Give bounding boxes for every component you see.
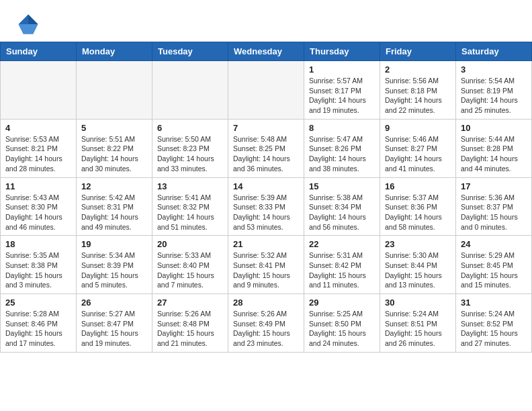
day-number: 11 — [5, 181, 71, 191]
calendar-cell: 29Sunrise: 5:25 AMSunset: 8:50 PMDayligh… — [304, 294, 380, 353]
day-info: Sunrise: 5:39 AMSunset: 8:33 PMDaylight:… — [233, 193, 299, 232]
day-number: 20 — [157, 239, 223, 249]
calendar-cell: 7Sunrise: 5:48 AMSunset: 8:25 PMDaylight… — [228, 119, 304, 177]
calendar-cell: 15Sunrise: 5:38 AMSunset: 8:34 PMDayligh… — [304, 177, 380, 236]
day-info: Sunrise: 5:25 AMSunset: 8:50 PMDaylight:… — [309, 309, 375, 349]
day-number: 3 — [461, 64, 527, 75]
day-number: 25 — [5, 298, 71, 308]
calendar-week-row: 18Sunrise: 5:35 AMSunset: 8:38 PMDayligh… — [1, 236, 532, 294]
day-info: Sunrise: 5:37 AMSunset: 8:36 PMDaylight:… — [385, 193, 451, 232]
calendar-cell: 26Sunrise: 5:27 AMSunset: 8:47 PMDayligh… — [77, 294, 152, 353]
calendar-week-row: 25Sunrise: 5:28 AMSunset: 8:46 PMDayligh… — [1, 294, 532, 353]
calendar-header-row: SundayMondayTuesdayWednesdayThursdayFrid… — [1, 42, 532, 61]
weekday-header-thursday: Thursday — [304, 42, 380, 61]
calendar-cell — [77, 61, 152, 120]
day-info: Sunrise: 5:24 AMSunset: 8:52 PMDaylight:… — [461, 309, 527, 349]
day-info: Sunrise: 5:44 AMSunset: 8:28 PMDaylight:… — [461, 134, 527, 174]
logo — [16, 12, 44, 36]
day-info: Sunrise: 5:24 AMSunset: 8:51 PMDaylight:… — [385, 309, 451, 349]
day-number: 9 — [385, 123, 451, 133]
weekday-header-saturday: Saturday — [456, 42, 532, 61]
calendar-cell: 16Sunrise: 5:37 AMSunset: 8:36 PMDayligh… — [380, 177, 456, 236]
weekday-header-monday: Monday — [77, 42, 152, 61]
calendar-week-row: 4Sunrise: 5:53 AMSunset: 8:21 PMDaylight… — [1, 119, 532, 177]
calendar-cell: 23Sunrise: 5:30 AMSunset: 8:44 PMDayligh… — [380, 236, 456, 294]
day-info: Sunrise: 5:32 AMSunset: 8:41 PMDaylight:… — [233, 250, 299, 290]
calendar-cell: 3Sunrise: 5:54 AMSunset: 8:19 PMDaylight… — [456, 61, 532, 120]
day-number: 29 — [309, 298, 375, 308]
calendar-cell: 14Sunrise: 5:39 AMSunset: 8:33 PMDayligh… — [228, 177, 304, 236]
day-number: 2 — [385, 64, 451, 75]
calendar-cell: 12Sunrise: 5:42 AMSunset: 8:31 PMDayligh… — [77, 177, 152, 236]
day-number: 5 — [81, 123, 147, 133]
calendar-cell: 19Sunrise: 5:34 AMSunset: 8:39 PMDayligh… — [77, 236, 152, 294]
calendar-cell — [152, 61, 228, 120]
day-info: Sunrise: 5:46 AMSunset: 8:27 PMDaylight:… — [385, 134, 451, 174]
weekday-header-friday: Friday — [380, 42, 456, 61]
calendar-cell: 5Sunrise: 5:51 AMSunset: 8:22 PMDaylight… — [77, 119, 152, 177]
weekday-header-wednesday: Wednesday — [228, 42, 304, 61]
calendar-cell: 13Sunrise: 5:41 AMSunset: 8:32 PMDayligh… — [152, 177, 228, 236]
day-number: 16 — [385, 181, 451, 191]
calendar-cell — [228, 61, 304, 120]
day-info: Sunrise: 5:53 AMSunset: 8:21 PMDaylight:… — [5, 134, 71, 174]
calendar-cell: 22Sunrise: 5:31 AMSunset: 8:42 PMDayligh… — [304, 236, 380, 294]
calendar-cell: 20Sunrise: 5:33 AMSunset: 8:40 PMDayligh… — [152, 236, 228, 294]
day-number: 21 — [233, 239, 299, 249]
day-number: 26 — [81, 298, 147, 308]
day-info: Sunrise: 5:42 AMSunset: 8:31 PMDaylight:… — [81, 193, 147, 232]
day-number: 27 — [157, 298, 223, 308]
day-info: Sunrise: 5:26 AMSunset: 8:49 PMDaylight:… — [233, 309, 299, 349]
day-info: Sunrise: 5:38 AMSunset: 8:34 PMDaylight:… — [309, 193, 375, 232]
day-info: Sunrise: 5:33 AMSunset: 8:40 PMDaylight:… — [157, 250, 223, 290]
day-number: 28 — [233, 298, 299, 308]
day-info: Sunrise: 5:50 AMSunset: 8:23 PMDaylight:… — [157, 134, 223, 174]
calendar-cell: 24Sunrise: 5:29 AMSunset: 8:45 PMDayligh… — [456, 236, 532, 294]
day-info: Sunrise: 5:56 AMSunset: 8:18 PMDaylight:… — [385, 76, 451, 116]
day-number: 18 — [5, 239, 71, 249]
day-number: 24 — [461, 239, 527, 249]
day-info: Sunrise: 5:30 AMSunset: 8:44 PMDaylight:… — [385, 250, 451, 290]
day-number: 12 — [81, 181, 147, 191]
day-info: Sunrise: 5:41 AMSunset: 8:32 PMDaylight:… — [157, 193, 223, 232]
day-info: Sunrise: 5:29 AMSunset: 8:45 PMDaylight:… — [461, 250, 527, 290]
calendar-cell: 17Sunrise: 5:36 AMSunset: 8:37 PMDayligh… — [456, 177, 532, 236]
day-info: Sunrise: 5:28 AMSunset: 8:46 PMDaylight:… — [5, 309, 71, 349]
calendar-table: SundayMondayTuesdayWednesdayThursdayFrid… — [0, 42, 532, 353]
calendar-cell: 18Sunrise: 5:35 AMSunset: 8:38 PMDayligh… — [1, 236, 77, 294]
day-number: 22 — [309, 239, 375, 249]
day-number: 4 — [5, 123, 71, 133]
day-number: 14 — [233, 181, 299, 191]
calendar-cell: 25Sunrise: 5:28 AMSunset: 8:46 PMDayligh… — [1, 294, 77, 353]
day-info: Sunrise: 5:36 AMSunset: 8:37 PMDaylight:… — [461, 193, 527, 232]
day-number: 8 — [309, 123, 375, 133]
calendar-cell: 8Sunrise: 5:47 AMSunset: 8:26 PMDaylight… — [304, 119, 380, 177]
day-info: Sunrise: 5:34 AMSunset: 8:39 PMDaylight:… — [81, 250, 147, 290]
svg-marker-2 — [19, 24, 38, 34]
day-number: 1 — [309, 64, 375, 75]
day-info: Sunrise: 5:31 AMSunset: 8:42 PMDaylight:… — [309, 250, 375, 290]
svg-marker-1 — [28, 15, 38, 24]
day-number: 17 — [461, 181, 527, 191]
day-number: 10 — [461, 123, 527, 133]
calendar-cell: 1Sunrise: 5:57 AMSunset: 8:17 PMDaylight… — [304, 61, 380, 120]
calendar-cell: 31Sunrise: 5:24 AMSunset: 8:52 PMDayligh… — [456, 294, 532, 353]
day-info: Sunrise: 5:43 AMSunset: 8:30 PMDaylight:… — [5, 193, 71, 232]
generalblue-logo-icon — [16, 12, 40, 36]
calendar-cell: 27Sunrise: 5:26 AMSunset: 8:48 PMDayligh… — [152, 294, 228, 353]
calendar-week-row: 11Sunrise: 5:43 AMSunset: 8:30 PMDayligh… — [1, 177, 532, 236]
day-number: 19 — [81, 239, 147, 249]
day-number: 23 — [385, 239, 451, 249]
day-number: 7 — [233, 123, 299, 133]
calendar-cell: 30Sunrise: 5:24 AMSunset: 8:51 PMDayligh… — [380, 294, 456, 353]
day-number: 13 — [157, 181, 223, 191]
day-number: 6 — [157, 123, 223, 133]
weekday-header-sunday: Sunday — [1, 42, 77, 61]
calendar-cell: 4Sunrise: 5:53 AMSunset: 8:21 PMDaylight… — [1, 119, 77, 177]
day-info: Sunrise: 5:54 AMSunset: 8:19 PMDaylight:… — [461, 76, 527, 116]
calendar-cell: 21Sunrise: 5:32 AMSunset: 8:41 PMDayligh… — [228, 236, 304, 294]
calendar-cell: 9Sunrise: 5:46 AMSunset: 8:27 PMDaylight… — [380, 119, 456, 177]
calendar-cell: 11Sunrise: 5:43 AMSunset: 8:30 PMDayligh… — [1, 177, 77, 236]
day-info: Sunrise: 5:27 AMSunset: 8:47 PMDaylight:… — [81, 309, 147, 349]
day-info: Sunrise: 5:48 AMSunset: 8:25 PMDaylight:… — [233, 134, 299, 174]
